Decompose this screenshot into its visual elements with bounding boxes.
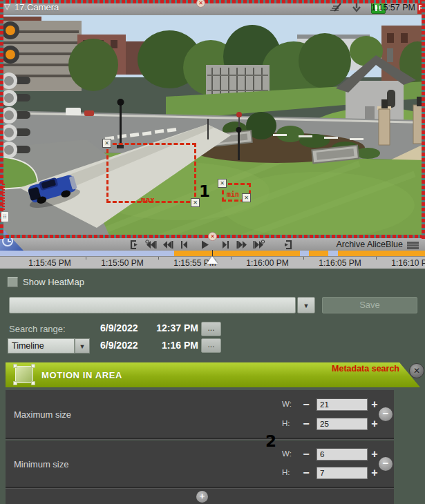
minimum-size-label: Minimum size (14, 458, 68, 469)
min-height-label: H: (282, 468, 290, 476)
preset-combo[interactable] (9, 297, 296, 313)
search-to-date: 6/9/2022 (100, 340, 138, 351)
archive-end-icon[interactable] (282, 240, 294, 250)
camera-video-frame (0, 15, 425, 238)
callout-2: 2 (265, 432, 276, 450)
timeline-tick: 1:16:10 PM (381, 258, 425, 268)
motion-region-icon (15, 366, 33, 383)
search-from-date: 6/9/2022 (100, 322, 138, 333)
add-condition-button[interactable]: + (196, 491, 208, 503)
step-forward-icon[interactable] (220, 240, 232, 250)
close-search-button[interactable]: ✕ (409, 363, 424, 378)
max-region-handle-tl[interactable]: ✕ (102, 139, 111, 148)
timeline-tick: 1:16:00 PM (236, 258, 299, 268)
min-region-label: min (227, 191, 239, 198)
camera-timestamp: 1:15:57 PM (371, 3, 415, 12)
region-vertical-label (2, 184, 5, 210)
camera-search-window: ✕ ✕ max ✕ ✕ min 1 2 ✕ ✕ ⠿ ▽ 17.Camera 1:… (0, 0, 425, 504)
motion-in-area-title: MOTION IN AREA (41, 370, 122, 380)
min-width-plus-button[interactable]: + (370, 448, 379, 460)
maximum-size-row: Maximum size W: − + H: − + − (6, 390, 394, 438)
timeline-playhead[interactable] (207, 256, 218, 264)
max-width-plus-button[interactable]: + (370, 398, 379, 410)
remove-maximum-size-button[interactable]: − (379, 407, 393, 421)
max-motion-region[interactable] (106, 143, 196, 203)
search-mode-select[interactable]: Timeline (8, 338, 75, 353)
search-from-time: 12:37 PM (153, 322, 198, 333)
fast-rewind-icon[interactable] (162, 240, 173, 250)
show-heatmap-label[interactable]: Show HeatMap (23, 277, 84, 287)
archive-selector[interactable]: Archive AliceBlue (336, 240, 403, 249)
export-down-arrow-icon[interactable] (350, 2, 363, 13)
metadata-search-badge: Metadata search (332, 364, 399, 374)
min-height-minus-button[interactable]: − (301, 467, 311, 478)
minimum-size-row: Minimum size W: − + H: − + − (6, 440, 394, 487)
max-height-plus-button[interactable]: + (370, 418, 379, 429)
save-button[interactable]: Save (322, 297, 417, 313)
search-region-border-right[interactable] (422, 0, 425, 239)
archive-begin-icon[interactable] (129, 240, 140, 250)
recording-segment (338, 251, 425, 256)
edit-notes-icon[interactable] (329, 2, 343, 13)
row-separator (6, 438, 394, 440)
next-day-icon[interactable] (253, 240, 265, 250)
callout-1: 1 (199, 182, 210, 200)
transport-controls (129, 240, 294, 250)
to-date-browse-button[interactable]: ... (201, 338, 221, 353)
min-region-handle-br[interactable]: ✕ (242, 193, 251, 202)
maximum-size-label: Maximum size (14, 409, 71, 419)
fast-forward-icon[interactable] (236, 240, 248, 250)
max-width-input[interactable] (317, 398, 368, 411)
min-width-label: W: (282, 449, 292, 458)
recording-segment (309, 251, 328, 256)
step-back-icon[interactable] (178, 240, 190, 250)
ptz-toggle-2[interactable] (1, 46, 19, 64)
play-icon[interactable] (199, 240, 211, 250)
region-delete-icon-bottom[interactable]: ✕ (208, 232, 217, 241)
min-width-minus-button[interactable]: − (301, 448, 311, 460)
min-height-input[interactable] (317, 467, 368, 479)
timeline-tick: 1:15:50 PM (91, 258, 153, 268)
max-height-input[interactable] (317, 418, 368, 430)
max-region-label: max (141, 195, 155, 204)
max-width-label: W: (282, 400, 292, 408)
camera-title: 17.Camera (15, 2, 59, 12)
search-mode-arrow[interactable]: ▼ (75, 338, 90, 353)
search-to-time: 1:16 PM (153, 340, 198, 351)
show-heatmap-checkbox[interactable] (8, 277, 18, 287)
recording-segment (174, 251, 300, 256)
search-region-border-top[interactable] (0, 0, 425, 3)
max-height-minus-button[interactable]: − (301, 418, 311, 429)
remove-minimum-size-button[interactable]: − (379, 457, 393, 471)
ptz-toggle-1[interactable] (1, 21, 19, 39)
timeline-tick: 1:16:05 PM (309, 258, 371, 268)
search-range-label: Search range: (9, 324, 66, 334)
timeline-tick: 1:15:45 PM (19, 258, 81, 268)
region-grip-handle[interactable]: ⠿ (1, 211, 9, 222)
max-height-label: H: (282, 419, 290, 427)
preset-combo-arrow[interactable]: ▼ (297, 297, 315, 313)
max-width-minus-button[interactable]: − (301, 398, 311, 410)
from-date-browse-button[interactable]: ... (201, 322, 221, 336)
min-width-input[interactable] (317, 448, 368, 461)
min-height-plus-button[interactable]: + (370, 467, 379, 478)
prev-day-icon[interactable] (145, 240, 157, 250)
min-region-handle-tl[interactable]: ✕ (218, 179, 227, 188)
playback-menu-icon[interactable] (407, 242, 419, 244)
